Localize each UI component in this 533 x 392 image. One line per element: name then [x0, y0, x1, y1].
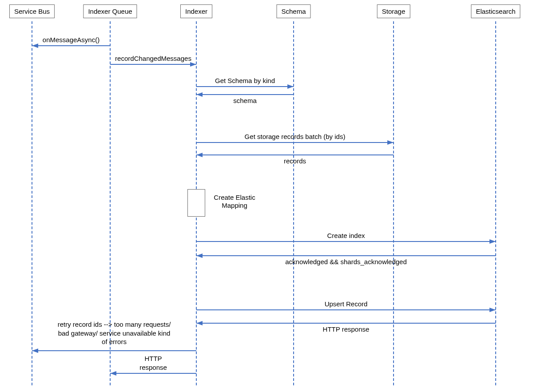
activation-label: Create ElasticMapping	[208, 194, 261, 210]
message-label: Upsert Record	[325, 300, 368, 308]
message-line	[196, 323, 496, 324]
message-label: recordChangedMessages	[115, 55, 191, 62]
arrowhead-right-icon	[387, 140, 394, 145]
lifeline-service_bus	[32, 21, 32, 385]
arrowhead-left-icon	[110, 371, 116, 376]
message-line	[196, 309, 496, 310]
message-label: HTTP response	[323, 325, 370, 333]
activation-box	[187, 189, 205, 217]
message-label: onMessageAsync()	[43, 36, 99, 44]
participant-indexer_queue: Indexer Queue	[83, 4, 137, 18]
lifeline-elasticsearch	[495, 21, 496, 385]
participant-elasticsearch: Elasticsearch	[471, 4, 520, 18]
participant-schema: Schema	[276, 4, 310, 18]
message-line	[196, 142, 394, 143]
message-label: HTTPresponse	[127, 354, 180, 372]
arrowhead-right-icon	[489, 239, 496, 244]
message-label: schema	[233, 97, 257, 104]
message-line	[32, 45, 110, 46]
arrowhead-left-icon	[32, 44, 38, 48]
message-label: Get Schema by kind	[215, 77, 275, 84]
lifeline-storage	[393, 21, 394, 385]
lifeline-schema	[293, 21, 294, 385]
message-line	[196, 154, 394, 155]
message-line	[110, 64, 196, 65]
message-line	[196, 241, 496, 242]
message-label: acknowledged && shards_acknowledged	[285, 258, 407, 265]
arrowhead-left-icon	[196, 253, 203, 258]
arrowhead-right-icon	[190, 62, 196, 67]
message-line	[196, 86, 294, 87]
message-line	[32, 350, 196, 351]
message-line	[110, 373, 196, 374]
message-label: Create index	[327, 232, 365, 239]
message-line	[196, 255, 496, 256]
message-label: retry record ids --> too many requests/b…	[34, 320, 194, 346]
message-line	[196, 94, 294, 95]
participant-indexer: Indexer	[180, 4, 212, 18]
participant-service_bus: Service Bus	[9, 4, 55, 18]
arrowhead-left-icon	[196, 153, 203, 157]
message-label: Get storage records batch (by ids)	[245, 133, 346, 140]
sequence-diagram: Service BusIndexer QueueIndexerSchemaSto…	[0, 0, 533, 392]
participant-storage: Storage	[377, 4, 410, 18]
arrowhead-left-icon	[32, 348, 38, 353]
arrowhead-left-icon	[196, 92, 203, 97]
arrowhead-left-icon	[196, 321, 203, 325]
arrowhead-right-icon	[489, 308, 496, 312]
message-label: records	[284, 157, 306, 165]
arrowhead-right-icon	[287, 84, 294, 89]
